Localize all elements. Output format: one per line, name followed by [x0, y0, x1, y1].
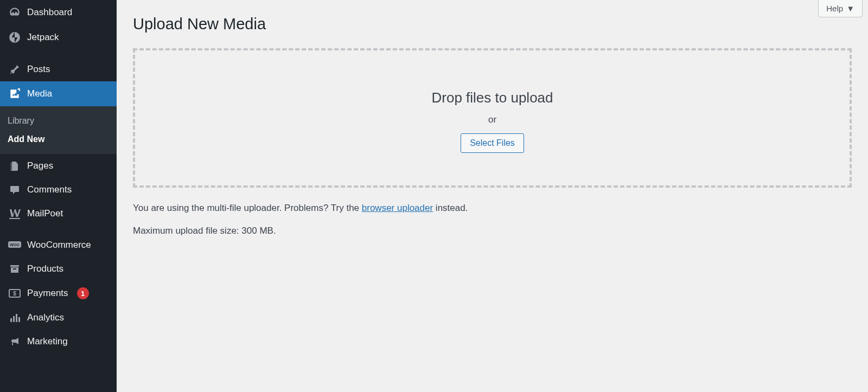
archive-icon	[8, 264, 22, 274]
sidebar-item-pages[interactable]: Pages	[0, 154, 117, 178]
svg-rect-8	[18, 317, 20, 322]
main-content: Help ▼ Upload New Media Drop files to up…	[117, 0, 868, 392]
sidebar-item-label: Marketing	[27, 336, 68, 347]
jetpack-icon	[8, 31, 22, 43]
drop-or-label: or	[135, 114, 850, 125]
svg-text:WOO: WOO	[10, 243, 20, 247]
sidebar-item-woocommerce[interactable]: WOO WooCommerce	[0, 233, 117, 257]
pin-icon	[8, 64, 22, 75]
select-files-button[interactable]: Select Files	[461, 133, 524, 153]
svg-rect-7	[16, 314, 17, 322]
sidebar-item-label: Dashboard	[27, 7, 72, 18]
bar-chart-icon	[8, 312, 22, 323]
notification-badge: 1	[77, 287, 89, 299]
sidebar-item-label: Pages	[27, 160, 53, 171]
sidebar-item-posts[interactable]: Posts	[0, 57, 117, 81]
submenu-item-library[interactable]: Library	[0, 112, 117, 130]
menu-separator	[0, 226, 117, 233]
sidebar-item-marketing[interactable]: Marketing	[0, 330, 117, 354]
sidebar-item-products[interactable]: Products	[0, 257, 117, 281]
info-prefix: You are using the multi-file uploader. P…	[133, 203, 362, 213]
sidebar-item-dashboard[interactable]: Dashboard	[0, 0, 117, 25]
woocommerce-icon: WOO	[8, 241, 22, 249]
sidebar-item-comments[interactable]: Comments	[0, 178, 117, 202]
submenu-item-add-new[interactable]: Add New	[0, 130, 117, 149]
menu-separator	[0, 50, 117, 57]
comment-icon	[8, 184, 22, 195]
sidebar-item-label: Media	[27, 88, 52, 99]
page-title: Upload New Media	[133, 0, 852, 33]
media-submenu: Library Add New	[0, 106, 117, 154]
sidebar-item-label: Analytics	[27, 312, 64, 323]
help-tab[interactable]: Help ▼	[818, 0, 863, 17]
megaphone-icon	[8, 336, 22, 347]
drop-instruction: Drop files to upload	[135, 89, 850, 106]
upload-dropzone[interactable]: Drop files to upload or Select Files	[133, 48, 852, 188]
info-suffix: instead.	[433, 203, 468, 213]
sidebar-item-jetpack[interactable]: Jetpack	[0, 25, 117, 50]
sidebar-item-analytics[interactable]: Analytics	[0, 306, 117, 330]
sidebar-item-label: Payments	[27, 288, 68, 299]
sidebar-item-media[interactable]: Media	[0, 81, 117, 106]
caret-down-icon: ▼	[846, 4, 854, 13]
sidebar-item-label: Jetpack	[27, 32, 59, 43]
sidebar-item-mailpoet[interactable]: MailPoet	[0, 202, 117, 226]
sidebar-item-label: Comments	[27, 184, 72, 195]
max-upload-size: Maximum upload file size: 300 MB.	[133, 226, 852, 236]
mailpoet-icon	[8, 208, 22, 219]
svg-rect-6	[13, 316, 15, 322]
help-tab-label: Help	[826, 4, 843, 13]
sidebar-item-label: MailPoet	[27, 208, 63, 219]
sidebar-item-payments[interactable]: $ Payments 1	[0, 281, 117, 306]
sidebar-item-label: Products	[27, 264, 63, 274]
sidebar-item-label: Posts	[27, 64, 50, 75]
payments-icon: $	[8, 288, 22, 299]
svg-rect-5	[10, 318, 12, 322]
browser-uploader-link[interactable]: browser uploader	[362, 203, 433, 213]
media-icon	[8, 88, 22, 100]
uploader-info: You are using the multi-file uploader. P…	[133, 203, 852, 214]
sidebar-item-label: WooCommerce	[27, 240, 91, 250]
admin-sidebar: Dashboard Jetpack Posts Media Library Ad…	[0, 0, 117, 392]
svg-text:$: $	[13, 291, 16, 297]
gauge-icon	[8, 7, 22, 18]
pages-icon	[8, 160, 22, 171]
